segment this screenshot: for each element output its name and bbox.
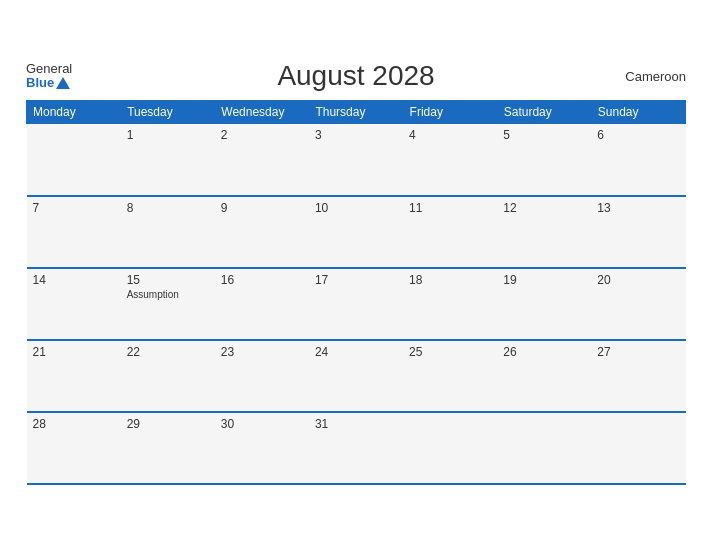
day-number: 13 bbox=[597, 201, 679, 215]
calendar-day-cell: 16 bbox=[215, 268, 309, 340]
header-saturday: Saturday bbox=[497, 101, 591, 124]
day-number: 9 bbox=[221, 201, 303, 215]
calendar-day-cell bbox=[591, 412, 685, 484]
calendar-day-cell: 14 bbox=[27, 268, 121, 340]
day-number: 5 bbox=[503, 128, 585, 142]
country-label: Cameroon bbox=[625, 69, 686, 84]
calendar-day-cell: 10 bbox=[309, 196, 403, 268]
calendar-day-cell: 24 bbox=[309, 340, 403, 412]
calendar-header: General Blue August 2028 Cameroon bbox=[26, 60, 686, 92]
day-number: 1 bbox=[127, 128, 209, 142]
calendar-day-cell: 22 bbox=[121, 340, 215, 412]
day-number: 10 bbox=[315, 201, 397, 215]
day-number: 2 bbox=[221, 128, 303, 142]
calendar-day-cell: 12 bbox=[497, 196, 591, 268]
calendar-day-cell: 21 bbox=[27, 340, 121, 412]
calendar-week-row: 21222324252627 bbox=[27, 340, 686, 412]
calendar-day-cell: 3 bbox=[309, 124, 403, 196]
calendar-day-cell: 20 bbox=[591, 268, 685, 340]
day-number: 23 bbox=[221, 345, 303, 359]
day-number: 28 bbox=[33, 417, 115, 431]
calendar-day-cell: 5 bbox=[497, 124, 591, 196]
calendar-week-row: 28293031 bbox=[27, 412, 686, 484]
holiday-label: Assumption bbox=[127, 289, 209, 300]
calendar-day-cell bbox=[497, 412, 591, 484]
calendar-day-cell: 30 bbox=[215, 412, 309, 484]
day-number: 3 bbox=[315, 128, 397, 142]
day-number: 14 bbox=[33, 273, 115, 287]
calendar-day-cell: 18 bbox=[403, 268, 497, 340]
day-number: 26 bbox=[503, 345, 585, 359]
day-number: 8 bbox=[127, 201, 209, 215]
day-number: 21 bbox=[33, 345, 115, 359]
calendar-grid: Monday Tuesday Wednesday Thursday Friday… bbox=[26, 100, 686, 485]
header-wednesday: Wednesday bbox=[215, 101, 309, 124]
calendar-title: August 2028 bbox=[277, 60, 434, 92]
calendar-day-cell: 7 bbox=[27, 196, 121, 268]
calendar-day-cell: 29 bbox=[121, 412, 215, 484]
header-monday: Monday bbox=[27, 101, 121, 124]
calendar-week-row: 123456 bbox=[27, 124, 686, 196]
day-number: 31 bbox=[315, 417, 397, 431]
day-number: 7 bbox=[33, 201, 115, 215]
logo: General Blue bbox=[26, 62, 72, 91]
calendar-day-cell: 11 bbox=[403, 196, 497, 268]
calendar-day-cell: 28 bbox=[27, 412, 121, 484]
day-number: 22 bbox=[127, 345, 209, 359]
calendar-day-cell: 2 bbox=[215, 124, 309, 196]
day-number: 29 bbox=[127, 417, 209, 431]
day-number: 20 bbox=[597, 273, 679, 287]
day-number: 17 bbox=[315, 273, 397, 287]
weekday-header-row: Monday Tuesday Wednesday Thursday Friday… bbox=[27, 101, 686, 124]
calendar-day-cell: 17 bbox=[309, 268, 403, 340]
day-number: 15 bbox=[127, 273, 209, 287]
logo-triangle-icon bbox=[56, 77, 70, 89]
day-number: 4 bbox=[409, 128, 491, 142]
header-friday: Friday bbox=[403, 101, 497, 124]
day-number: 27 bbox=[597, 345, 679, 359]
calendar-day-cell: 9 bbox=[215, 196, 309, 268]
calendar-day-cell: 19 bbox=[497, 268, 591, 340]
calendar-day-cell: 4 bbox=[403, 124, 497, 196]
header-sunday: Sunday bbox=[591, 101, 685, 124]
calendar-day-cell: 23 bbox=[215, 340, 309, 412]
calendar-day-cell bbox=[27, 124, 121, 196]
header-tuesday: Tuesday bbox=[121, 101, 215, 124]
day-number: 19 bbox=[503, 273, 585, 287]
day-number: 6 bbox=[597, 128, 679, 142]
calendar-day-cell: 1 bbox=[121, 124, 215, 196]
day-number: 25 bbox=[409, 345, 491, 359]
calendar-day-cell: 25 bbox=[403, 340, 497, 412]
calendar-week-row: 1415Assumption1617181920 bbox=[27, 268, 686, 340]
header-thursday: Thursday bbox=[309, 101, 403, 124]
logo-general-text: General bbox=[26, 62, 72, 76]
calendar-day-cell: 31 bbox=[309, 412, 403, 484]
calendar-day-cell: 8 bbox=[121, 196, 215, 268]
calendar-week-row: 78910111213 bbox=[27, 196, 686, 268]
calendar-day-cell: 6 bbox=[591, 124, 685, 196]
day-number: 11 bbox=[409, 201, 491, 215]
day-number: 18 bbox=[409, 273, 491, 287]
calendar-day-cell: 13 bbox=[591, 196, 685, 268]
calendar-day-cell bbox=[403, 412, 497, 484]
calendar-container: General Blue August 2028 Cameroon Monday… bbox=[11, 50, 701, 500]
day-number: 12 bbox=[503, 201, 585, 215]
day-number: 24 bbox=[315, 345, 397, 359]
day-number: 16 bbox=[221, 273, 303, 287]
logo-blue-text: Blue bbox=[26, 76, 70, 90]
day-number: 30 bbox=[221, 417, 303, 431]
calendar-day-cell: 27 bbox=[591, 340, 685, 412]
calendar-day-cell: 15Assumption bbox=[121, 268, 215, 340]
calendar-day-cell: 26 bbox=[497, 340, 591, 412]
